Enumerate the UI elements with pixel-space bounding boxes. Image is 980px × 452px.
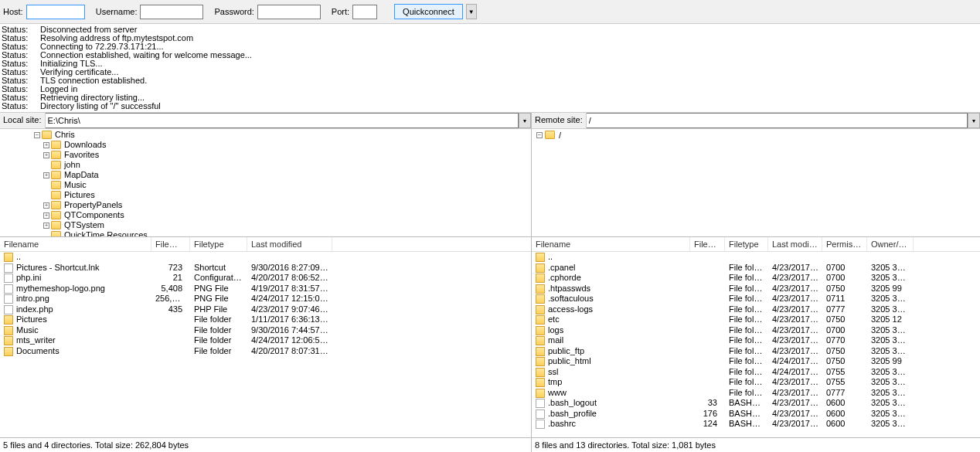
col-permissions[interactable]: Permissions (822, 237, 867, 251)
tree-item[interactable]: john (0, 160, 531, 170)
col-owner[interactable]: Owner/Gro... (867, 237, 914, 251)
log-label: Status: (0, 102, 40, 110)
tree-item[interactable]: Pictures (0, 190, 531, 200)
parent-dir-row[interactable]: .. (532, 252, 980, 263)
file-row[interactable]: PicturesFile folder1/11/2017 6:36:13 ... (0, 314, 531, 325)
remote-tree-pane[interactable]: − / (532, 129, 980, 237)
remote-site-input[interactable] (587, 113, 968, 128)
col-filetype[interactable]: Filetype (725, 237, 768, 251)
tree-expander-icon[interactable]: + (43, 223, 49, 229)
log-message: Directory listing of "/" successful (40, 102, 980, 110)
tree-expander-icon[interactable]: − (536, 132, 543, 138)
file-row[interactable]: tmpFile folder4/23/2017 9:37:...07553205… (532, 377, 980, 388)
tree-item-label: Favorites (64, 150, 99, 160)
tree-item[interactable]: −Chris (0, 130, 531, 140)
folder-icon (51, 201, 61, 209)
quickconnect-dropdown[interactable]: ▼ (466, 4, 477, 19)
file-row[interactable]: DocumentsFile folder4/20/2017 8:07:31 ..… (0, 346, 531, 357)
file-icon (4, 284, 13, 294)
file-row[interactable]: .htpasswdsFile folder4/23/2017 9:29:...0… (532, 284, 980, 294)
file-type: PNG File (190, 284, 247, 294)
parent-dir-row[interactable]: .. (0, 252, 531, 263)
file-permissions: 0700 (822, 325, 867, 336)
file-permissions: 0600 (822, 409, 867, 420)
tree-expander-icon[interactable]: + (43, 172, 49, 178)
tree-item[interactable]: +QTSystem (0, 220, 531, 230)
file-row[interactable]: .bash_profile176BASH_PRO...4/23/2017 9:2… (532, 409, 980, 420)
file-row[interactable]: public_htmlFile folder4/24/2017 12:1...0… (532, 356, 980, 367)
tree-item[interactable]: +QTComponents (0, 210, 531, 220)
log-message: Verifying certificate... (40, 68, 980, 76)
tree-item[interactable]: +Downloads (0, 140, 531, 150)
file-owner: 3205 3192 (867, 346, 914, 357)
tree-expander-icon[interactable]: + (43, 202, 49, 209)
col-lastmodified[interactable]: Last modified (247, 237, 332, 251)
folder-icon (4, 326, 13, 335)
tree-expander-icon[interactable]: + (43, 142, 49, 148)
col-filesize[interactable]: Filesize (690, 237, 725, 251)
folder-icon (51, 191, 61, 199)
file-row[interactable]: .bash_logout33BASH_LOG...4/23/2017 9:29:… (532, 398, 980, 409)
tree-item-label: QTComponents (64, 210, 124, 220)
tree-expander-icon[interactable]: + (43, 212, 49, 219)
folder-icon (536, 263, 545, 273)
col-filename[interactable]: Filename (532, 237, 690, 251)
remote-site-dropdown[interactable]: ▾ (968, 113, 980, 128)
col-filetype[interactable]: Filetype (190, 237, 247, 251)
local-site-dropdown[interactable]: ▾ (519, 113, 531, 128)
file-row[interactable]: Pictures - Shortcut.lnk723Shortcut9/30/2… (0, 263, 531, 274)
file-row[interactable]: wwwFile folder4/23/2017 9:29:...07773205… (532, 388, 980, 399)
file-row[interactable]: .cphordeFile folder4/23/2017 9:29:...070… (532, 273, 980, 284)
username-input[interactable] (140, 5, 203, 19)
folder-icon (536, 347, 545, 356)
file-row[interactable]: .bashrc124BASHRC File4/23/2017 9:29:...0… (532, 419, 980, 430)
tree-expander-icon[interactable]: − (34, 132, 40, 138)
tree-item[interactable]: +MapData (0, 170, 531, 180)
file-permissions: 0700 (822, 273, 867, 284)
file-row[interactable]: .cpanelFile folder4/23/2017 9:37:...0700… (532, 263, 980, 274)
file-type: File folder (725, 367, 768, 378)
file-row[interactable]: php.ini21Configuration ...4/20/2017 8:06… (0, 273, 531, 284)
tree-expander-icon[interactable]: + (43, 152, 49, 158)
file-row[interactable]: index.php435PHP File4/23/2017 9:07:46 ..… (0, 304, 531, 315)
log-message: Retrieving directory listing... (40, 93, 980, 102)
folder-up-icon (4, 253, 13, 262)
folder-icon (536, 368, 545, 377)
file-row[interactable]: access-logsFile folder4/23/2017 9:37:...… (532, 304, 980, 315)
col-filesize[interactable]: Filesize (151, 237, 190, 251)
tree-item[interactable]: QuickTime.Resources (0, 230, 531, 237)
password-input[interactable] (257, 5, 321, 19)
local-site-input[interactable] (46, 113, 519, 128)
file-row[interactable]: sslFile folder4/24/2017 12:5...07553205 … (532, 367, 980, 378)
file-owner: 3205 3192 (867, 388, 914, 399)
file-name: Pictures (16, 314, 47, 324)
host-input[interactable] (26, 5, 85, 19)
col-lastmodified[interactable]: Last modified (768, 237, 822, 251)
local-tree-pane[interactable]: −Chris+Downloads+Favoritesjohn+MapDataMu… (0, 129, 531, 237)
tree-item[interactable]: Music (0, 180, 531, 190)
file-row[interactable]: mythemeshop-logo.png5,408PNG File4/19/20… (0, 284, 531, 294)
tree-item-label: Music (64, 180, 87, 190)
file-name: mts_writer (16, 335, 56, 345)
file-row[interactable]: logsFile folder4/23/2017 9:37:...0700320… (532, 325, 980, 336)
port-input[interactable] (352, 5, 377, 19)
quickconnect-button[interactable]: Quickconnect (394, 4, 463, 19)
tree-item[interactable]: +Favorites (0, 150, 531, 160)
file-row[interactable]: etcFile folder4/23/2017 9:29:...07503205… (532, 314, 980, 325)
folder-icon (4, 336, 13, 345)
file-row[interactable]: public_ftpFile folder4/23/2017 9:29:...0… (532, 346, 980, 357)
tree-item-label: Pictures (64, 190, 95, 200)
file-size: 176 (690, 409, 725, 420)
file-name: public_ftp (548, 346, 584, 355)
file-row[interactable]: intro.png256,217PNG File4/24/2017 12:15:… (0, 294, 531, 304)
file-row[interactable]: mailFile folder4/23/2017 9:29:...0770320… (532, 335, 980, 346)
col-filename[interactable]: Filename (0, 237, 151, 251)
file-icon (4, 274, 13, 283)
file-modified: 4/23/2017 9:31:... (768, 294, 822, 304)
remote-tree-root[interactable]: / (559, 131, 561, 140)
file-row[interactable]: .softaculousFile folder4/23/2017 9:31:..… (532, 294, 980, 304)
file-row[interactable]: mts_writerFile folder4/24/2017 12:06:54.… (0, 335, 531, 346)
file-row[interactable]: MusicFile folder9/30/2016 7:44:57 ... (0, 325, 531, 336)
local-site-row: Local site: ▾ (0, 113, 531, 129)
tree-item[interactable]: +PropertyPanels (0, 200, 531, 210)
